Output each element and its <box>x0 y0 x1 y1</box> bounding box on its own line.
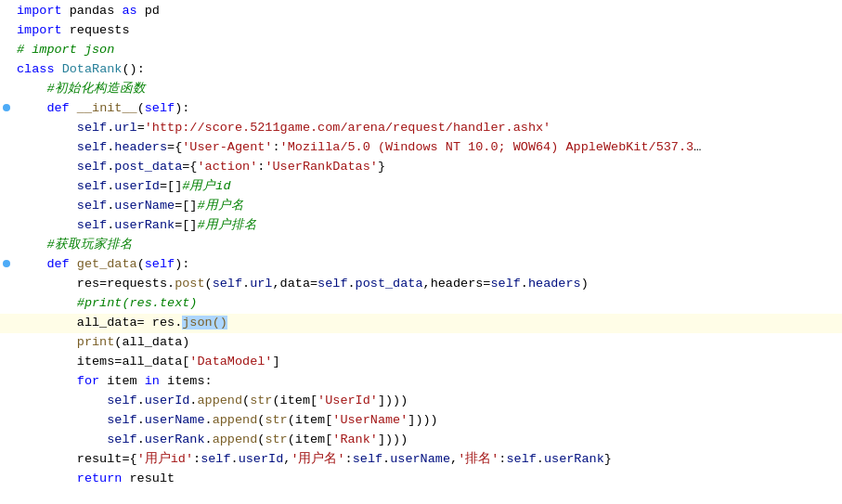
code-line-8: self.headers={'User-Agent':'Mozilla/5.0 … <box>0 138 842 158</box>
code-line-1: import pandas as pd <box>0 2 842 21</box>
gutter-14 <box>0 260 13 267</box>
line-content-12: self.userRank=[]#用户排名 <box>13 216 842 236</box>
code-line-17: all_data= res.json() <box>0 314 842 333</box>
line-content-8: self.headers={'User-Agent':'Mozilla/5.0 … <box>13 138 842 158</box>
line-content-3: # import json <box>13 41 842 60</box>
code-line-12: self.userRank=[]#用户排名 <box>0 216 842 236</box>
code-line-23: self.userRank.append(str(item['Rank']))) <box>0 431 842 450</box>
line-content-22: self.userName.append(str(item['UserName'… <box>13 411 842 431</box>
code-editor: import pandas as pd import requests # im… <box>0 0 842 504</box>
code-line-21: self.userId.append(str(item['UserId']))) <box>0 392 842 411</box>
line-content-14: def get_data(self): <box>13 255 842 275</box>
line-content-13: #获取玩家排名 <box>13 236 842 255</box>
code-line-11: self.userName=[]#用户名 <box>0 197 842 216</box>
code-line-14: def get_data(self): <box>0 255 842 275</box>
code-line-4: class DotaRank(): <box>0 60 842 80</box>
line-content-23: self.userRank.append(str(item['Rank']))) <box>13 431 842 450</box>
code-line-9: self.post_data={'action':'UserRankDatas'… <box>0 158 842 177</box>
code-line-13: #获取玩家排名 <box>0 236 842 255</box>
code-line-2: import requests <box>0 21 842 41</box>
code-line-3: # import json <box>0 41 842 60</box>
line-content-21: self.userId.append(str(item['UserId']))) <box>13 392 842 411</box>
breakpoint-6[interactable] <box>3 104 10 111</box>
breakpoint-14[interactable] <box>3 260 10 267</box>
code-line-6: def __init__(self): <box>0 99 842 119</box>
code-line-18: print(all_data) <box>0 333 842 353</box>
line-content-18: print(all_data) <box>13 333 842 353</box>
gutter-6 <box>0 104 13 111</box>
line-content-5: #初始化构造函数 <box>13 80 842 99</box>
line-content-17: all_data= res.json() <box>13 314 842 333</box>
code-line-19: items=all_data['DataModel'] <box>0 353 842 372</box>
code-line-16: #print(res.text) <box>0 294 842 314</box>
line-content-2: import requests <box>13 21 842 41</box>
line-content-1: import pandas as pd <box>13 2 842 21</box>
line-content-4: class DotaRank(): <box>13 60 842 80</box>
code-line-10: self.userId=[]#用户id <box>0 177 842 197</box>
code-line-25: return result <box>0 470 842 489</box>
code-line-24: result={'用户id':self.userId,'用户名':self.us… <box>0 450 842 470</box>
line-content-19: items=all_data['DataModel'] <box>13 353 842 372</box>
line-content-10: self.userId=[]#用户id <box>13 177 842 197</box>
line-content-20: for item in items: <box>13 372 842 392</box>
code-line-5: #初始化构造函数 <box>0 80 842 99</box>
code-line-22: self.userName.append(str(item['UserName'… <box>0 411 842 431</box>
code-line-7: self.url='http://score.5211game.com/aren… <box>0 119 842 138</box>
code-line-15: res=requests.post(self.url,data=self.pos… <box>0 275 842 294</box>
line-content-11: self.userName=[]#用户名 <box>13 197 842 216</box>
line-content-25: return result <box>13 470 842 489</box>
line-content-24: result={'用户id':self.userId,'用户名':self.us… <box>13 450 842 470</box>
line-content-16: #print(res.text) <box>13 294 842 314</box>
line-content-6: def __init__(self): <box>13 99 842 119</box>
line-content-15: res=requests.post(self.url,data=self.pos… <box>13 275 842 294</box>
line-content-9: self.post_data={'action':'UserRankDatas'… <box>13 158 842 177</box>
line-content-7: self.url='http://score.5211game.com/aren… <box>13 119 842 138</box>
code-line-20: for item in items: <box>0 372 842 392</box>
